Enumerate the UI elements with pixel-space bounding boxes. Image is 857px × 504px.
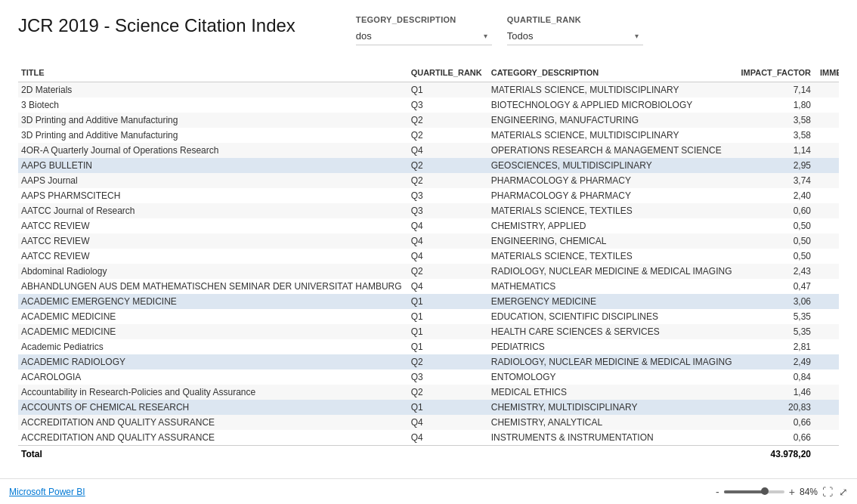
table-row: 3 BiotechQ3BIOTECHNOLOGY & APPLIED MICRO… <box>18 97 839 113</box>
table-row: ACADEMIC MEDICINEQ1HEALTH CARE SCIENCES … <box>18 324 839 339</box>
table-row: Accountability in Research-Policies and … <box>18 385 839 400</box>
powerbi-link[interactable]: Microsoft Power BI <box>9 487 85 497</box>
category-filter-select[interactable]: dos ▾ <box>356 27 492 45</box>
table-row: AATCC REVIEWQ4MATERIALS SCIENCE, TEXTILE… <box>18 249 839 264</box>
zoom-slider[interactable] <box>724 490 784 493</box>
table-row: Abdominal RadiologyQ2RADIOLOGY, NUCLEAR … <box>18 264 839 279</box>
table-row: AATCC REVIEWQ4ENGINEERING, CHEMICAL0,501… <box>18 233 839 249</box>
zoom-slider-thumb <box>761 487 769 495</box>
quartile-filter-select[interactable]: Todos ▾ <box>507 27 643 45</box>
filters-row: TEGORY_DESCRIPTION dos ▾ QUARTILE_RANK T… <box>356 15 643 45</box>
table-row: Academic PediatricsQ1PEDIATRICS2,810,624… <box>18 339 839 354</box>
table-row: 3D Printing and Additive ManufacturingQ2… <box>18 113 839 128</box>
zoom-bar: - + 84% ⛶ ⤢ <box>716 486 848 498</box>
col-header-category[interactable]: CATEGORY_DESCRIPTION <box>488 63 738 82</box>
table-row: ACADEMIC RADIOLOGYQ2RADIOLOGY, NUCLEAR M… <box>18 354 839 369</box>
col-header-quartile[interactable]: QUARTILE_RANK <box>408 63 488 82</box>
table-row: 3D Printing and Additive ManufacturingQ2… <box>18 128 839 143</box>
bottom-bar: Microsoft Power BI - + 84% ⛶ ⤢ <box>0 478 857 504</box>
header-row: JCR 2019 - Science Citation Index TEGORY… <box>18 15 839 45</box>
table-row: ACCREDITATION AND QUALITY ASSURANCEQ4CHE… <box>18 415 839 430</box>
page-title: JCR 2019 - Science Citation Index <box>18 15 295 36</box>
table-row: ACADEMIC EMERGENCY MEDICINEQ1EMERGENCY M… <box>18 294 839 309</box>
table-row: 4OR-A Quarterly Journal of Operations Re… <box>18 143 839 158</box>
table-wrapper[interactable]: TITLE QUARTILE_RANK CATEGORY_DESCRIPTION… <box>18 63 839 478</box>
fullscreen-icon[interactable]: ⛶ <box>822 486 833 498</box>
col-header-impact[interactable]: IMPACT_FACTOR <box>738 63 817 82</box>
footer-label: Total <box>18 446 408 463</box>
table-footer-row: Total 43.978,20 11.504,52 119.530,00 <box>18 446 839 463</box>
zoom-slider-fill <box>724 490 765 493</box>
zoom-plus-button[interactable]: + <box>789 486 795 498</box>
footer-category <box>488 446 738 463</box>
filter-group-quartile: QUARTILE_RANK Todos ▾ <box>507 15 643 45</box>
footer-immediacy: 11.504,52 <box>817 446 839 463</box>
table-row: ACAROLOGIAQ3ENTOMOLOGY0,840,2828,60 <box>18 369 839 385</box>
quartile-dropdown-arrow: ▾ <box>635 32 639 40</box>
quartile-filter-value: Todos <box>507 30 629 42</box>
quartile-filter-label: QUARTILE_RANK <box>507 15 643 24</box>
table-row: ACCREDITATION AND QUALITY ASSURANCEQ4INS… <box>18 430 839 446</box>
col-header-immediacy[interactable]: IMMEDIACY_INDEX <box>817 63 839 82</box>
zoom-minus-button[interactable]: - <box>716 486 719 498</box>
table-row: ACADEMIC MEDICINEQ1EDUCATION, SCIENTIFIC… <box>18 309 839 324</box>
category-filter-label: TEGORY_DESCRIPTION <box>356 15 492 24</box>
expand-icon[interactable]: ⤢ <box>839 486 848 498</box>
data-table: TITLE QUARTILE_RANK CATEGORY_DESCRIPTION… <box>18 63 839 462</box>
main-container: JCR 2019 - Science Citation Index TEGORY… <box>0 0 857 478</box>
table-header-row: TITLE QUARTILE_RANK CATEGORY_DESCRIPTION… <box>18 63 839 82</box>
table-row: AATCC Journal of ResearchQ3MATERIALS SCI… <box>18 203 839 218</box>
table-row: AAPS JournalQ2PHARMACOLOGY & PHARMACY3,7… <box>18 173 839 188</box>
table-row: ABHANDLUNGEN AUS DEM MATHEMATISCHEN SEMI… <box>18 279 839 294</box>
table-row: 2D MaterialsQ1MATERIALS SCIENCE, MULTIDI… <box>18 82 839 98</box>
table-row: AAPS PHARMSCITECHQ3PHARMACOLOGY & PHARMA… <box>18 188 839 203</box>
category-filter-value: dos <box>356 30 478 42</box>
table-row: ACCOUNTS OF CHEMICAL RESEARCHQ1CHEMISTRY… <box>18 400 839 415</box>
table-row: AATCC REVIEWQ4CHEMISTRY, APPLIED0,501,00… <box>18 218 839 233</box>
zoom-value: 84% <box>800 487 818 497</box>
footer-impact: 43.978,20 <box>738 446 817 463</box>
filter-group-category: TEGORY_DESCRIPTION dos ▾ <box>356 15 492 45</box>
bottom-right-icons: ⛶ ⤢ <box>822 486 848 498</box>
col-header-title[interactable]: TITLE <box>18 63 408 82</box>
table-body: 2D MaterialsQ1MATERIALS SCIENCE, MULTIDI… <box>18 82 839 446</box>
table-row: AAPG BULLETINQ2GEOSCIENCES, MULTIDISCIPL… <box>18 158 839 173</box>
footer-quartile <box>408 446 488 463</box>
category-dropdown-arrow: ▾ <box>484 32 487 40</box>
